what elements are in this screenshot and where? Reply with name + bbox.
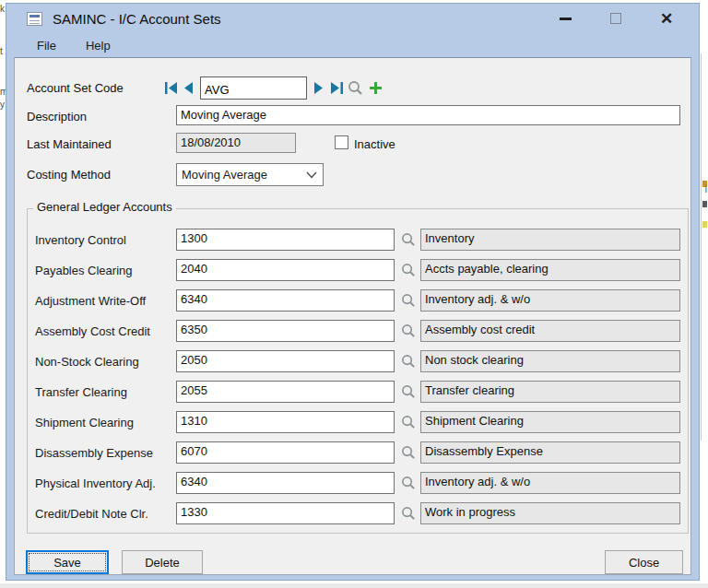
close-dialog-button[interactable]: Close <box>605 550 683 574</box>
magnifier-icon <box>401 263 416 277</box>
focus-outline <box>29 553 106 571</box>
description-input[interactable]: Moving Average <box>176 105 680 125</box>
magnifier-icon <box>348 80 363 96</box>
go-last-icon <box>330 82 343 94</box>
document-icon <box>27 12 42 26</box>
close-icon: ✕ <box>660 11 673 27</box>
magnifier-icon <box>401 354 416 369</box>
account-set-code-input[interactable] <box>200 76 307 100</box>
gl-account-description: Accts payable, clearing <box>420 259 680 281</box>
gl-finder-button[interactable] <box>399 350 418 372</box>
magnifier-icon <box>401 323 416 338</box>
plus-icon <box>369 81 383 95</box>
gl-account-input[interactable]: 6350 <box>176 320 395 342</box>
gl-account-input[interactable]: 1330 <box>176 502 395 524</box>
window-title: SAMINC - I/C Account Sets <box>53 11 221 27</box>
gl-account-input[interactable]: 2050 <box>176 350 395 372</box>
gl-finder-button[interactable] <box>399 441 418 464</box>
magnifier-icon <box>401 293 416 308</box>
minimize-icon <box>560 18 572 20</box>
background-window-edge <box>701 53 708 441</box>
last-maintained-value: 18/08/2010 <box>176 133 296 153</box>
magnifier-icon <box>401 232 416 247</box>
background-text-fragment: k <box>0 4 5 14</box>
gl-row-label: Inventory Control <box>35 233 126 247</box>
go-previous-icon <box>183 82 194 94</box>
account-set-code-label: Account Set Code <box>27 81 124 95</box>
go-previous-button[interactable] <box>180 76 197 100</box>
go-next-button[interactable] <box>310 76 327 100</box>
minimize-button[interactable] <box>551 4 579 33</box>
background-strip <box>0 583 708 588</box>
gl-row-label: Disassembly Expense <box>35 446 153 460</box>
background-text-fragment: t <box>0 46 3 56</box>
gl-finder-button[interactable] <box>399 411 418 433</box>
menubar: File Help <box>6 33 699 57</box>
last-maintained-label: Last Maintained <box>27 137 112 151</box>
gl-account-input[interactable]: 1310 <box>176 411 395 433</box>
maximize-icon <box>610 13 621 24</box>
go-next-icon <box>313 82 324 94</box>
go-last-button[interactable] <box>327 76 345 100</box>
gl-account-description: Inventory adj. & w/o <box>420 289 680 312</box>
gl-account-description: Shipment Clearing <box>420 411 680 433</box>
gl-row-label: Credit/Debit Note Clr. <box>35 507 148 521</box>
gl-account-input[interactable]: 2040 <box>176 259 395 281</box>
background-text-fragment: y <box>0 100 5 110</box>
save-button[interactable]: Save <box>26 550 109 574</box>
go-first-button[interactable] <box>162 76 180 100</box>
magnifier-icon <box>401 476 416 490</box>
costing-method-value: Moving Average <box>182 168 267 182</box>
gl-account-description: Disassembly Expense <box>420 441 680 464</box>
maximize-button[interactable] <box>602 4 630 33</box>
finder-button[interactable] <box>345 76 365 100</box>
gl-account-description: Inventory <box>420 229 680 251</box>
gl-finder-button[interactable] <box>399 229 418 251</box>
new-record-button[interactable] <box>365 76 385 100</box>
gl-account-description: Inventory adj. & w/o <box>420 472 680 494</box>
gl-account-description: Transfer clearing <box>420 381 680 403</box>
magnifier-icon <box>401 384 416 399</box>
gl-row-label: Shipment Clearing <box>35 416 134 429</box>
gl-account-input[interactable]: 1300 <box>176 229 395 251</box>
gl-row-label: Non-Stock Clearing <box>35 355 139 369</box>
gl-row-label: Transfer Clearing <box>35 385 127 399</box>
gl-account-input[interactable]: 6340 <box>176 289 395 312</box>
account-sets-window: SAMINC - I/C Account Sets ✕ File Help Ac… <box>6 3 700 581</box>
gl-finder-button[interactable] <box>399 472 418 494</box>
gl-account-description: Assembly cost credit <box>420 320 680 342</box>
gl-row-label: Adjustment Write-Off <box>35 294 146 308</box>
delete-button[interactable]: Delete <box>122 550 203 574</box>
go-first-icon <box>165 82 178 94</box>
gl-account-input[interactable]: 6070 <box>176 441 395 464</box>
gl-finder-button[interactable] <box>399 289 418 312</box>
dialog-client-area: Account Set Code <box>14 57 691 575</box>
record-navigator <box>162 76 385 100</box>
description-label: Description <box>27 110 87 123</box>
close-button[interactable]: ✕ <box>653 4 680 33</box>
gl-finder-button[interactable] <box>399 259 418 281</box>
inactive-checkbox[interactable] <box>335 135 348 149</box>
gl-account-input[interactable]: 6340 <box>176 472 395 494</box>
gl-account-description: Work in progress <box>420 502 680 524</box>
gl-finder-button[interactable] <box>399 381 418 403</box>
menu-help[interactable]: Help <box>77 35 119 56</box>
background-icon-fragment <box>702 221 707 228</box>
background-icon-fragment <box>702 201 707 207</box>
inactive-label: Inactive <box>354 137 395 151</box>
background-text-fragment: i <box>705 184 707 194</box>
gl-row-label: Assembly Cost Credit <box>35 324 150 338</box>
gl-finder-button[interactable] <box>399 502 418 524</box>
gl-account-description: Non stock clearing <box>420 350 680 372</box>
gl-row-label: Physical Inventory Adj. <box>35 476 156 490</box>
gl-finder-button[interactable] <box>399 320 418 342</box>
magnifier-icon <box>401 415 416 429</box>
costing-method-select[interactable]: Moving Average <box>176 163 324 186</box>
general-ledger-group-title: General Ledger Accounts <box>33 200 176 214</box>
gl-row-label: Payables Clearing <box>35 264 133 277</box>
titlebar[interactable]: SAMINC - I/C Account Sets ✕ <box>6 4 699 33</box>
gl-account-input[interactable]: 2055 <box>176 381 395 403</box>
menu-file[interactable]: File <box>29 35 65 56</box>
costing-method-label: Costing Method <box>27 168 111 182</box>
magnifier-icon <box>401 506 416 521</box>
